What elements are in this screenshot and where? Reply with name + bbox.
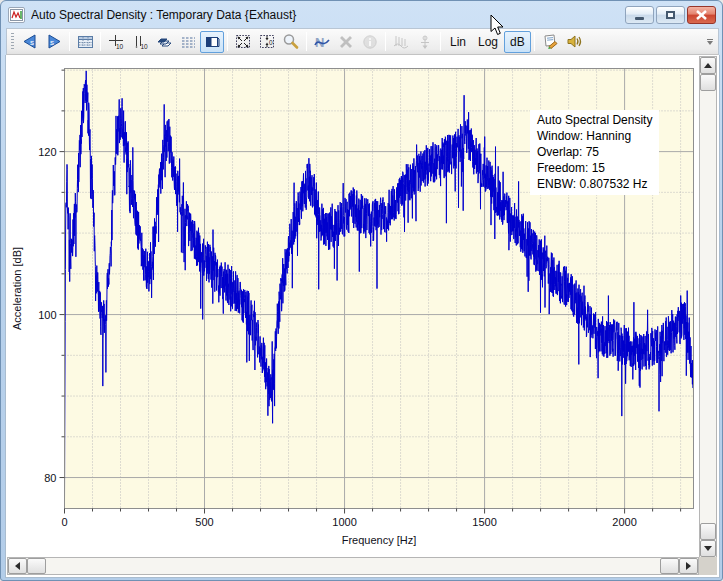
arrow-right-icon [686,562,691,570]
grid-style-button[interactable] [176,31,200,53]
db-scale-button[interactable]: dB [504,31,531,53]
autoscale-icon [234,33,252,50]
scroll-right-button[interactable] [679,558,698,574]
zoom-zero-button[interactable]: 0 [255,31,279,53]
svg-text:0: 0 [269,39,273,46]
window-controls [625,6,716,24]
legend-window: Window: Hanning [537,128,652,144]
svg-text:s: s [50,38,54,47]
data-table-icon [77,34,94,50]
spectrum-document-icon [10,9,23,21]
horizontal-scroll-thumb[interactable] [27,558,46,574]
window-title: Auto Spectral Density : Temporary Data {… [31,8,625,22]
next-sweep-button[interactable]: s [42,31,66,53]
autoscale-button[interactable] [231,31,255,53]
svg-text:10: 10 [115,42,123,49]
vertical-scale-handle[interactable] [700,523,716,540]
overlay-traces-icon [155,34,173,50]
split-view-button[interactable] [200,31,224,53]
svg-text:80: 80 [44,472,56,484]
fundamental-cursor-button[interactable] [413,31,437,53]
y-axis-title: Acceleration [dB] [11,247,23,330]
prev-sweep-icon: s [21,33,39,50]
restore-icon [666,11,675,19]
x-axis-tick-labels: 0500100015002000 [61,516,636,528]
next-sweep-icon: s [45,33,63,50]
crosshair-cursor-button[interactable]: 10 [104,31,128,53]
horizontal-scale-handle[interactable] [660,558,679,574]
overflow-icon [707,39,713,40]
vertical-scroll-thumb[interactable] [700,74,716,91]
vertical-scroll-track[interactable] [700,91,716,523]
svg-text:120: 120 [38,146,56,158]
minimize-button[interactable] [625,6,654,24]
svg-text:500: 500 [195,516,213,528]
legend-enbw: ENBW: 0.807532 Hz [537,176,652,192]
toolbar-separator [440,32,441,51]
horizontal-scroll-track[interactable] [46,558,660,574]
toolbar-separator [534,32,535,51]
data-table-button[interactable] [73,31,97,53]
restore-button[interactable] [656,6,685,24]
chevron-down-icon [707,41,713,45]
interpolation-button[interactable]: N [310,31,334,53]
legend-freedom: Freedom: 15 [537,160,652,176]
zoom-zero-icon: 0 [258,33,276,50]
minimize-icon [635,17,644,20]
toolbar-overflow-button[interactable] [705,39,714,45]
chart-area: 050010001500200080100120Frequency [Hz]Ac… [7,55,699,558]
vertical-scrollbar [699,56,717,558]
harmonic-cursor-button[interactable] [389,31,413,53]
grid-style-icon [180,34,197,50]
horizontal-scrollbar [7,557,699,575]
chart-legend: Auto Spectral Density Window: Hanning Ov… [530,110,659,195]
delete-trace-button[interactable] [334,31,358,53]
scroll-up-button[interactable] [700,57,716,74]
scroll-down-button[interactable] [700,540,716,557]
info-button[interactable] [358,31,382,53]
app-icon[interactable] [8,7,25,23]
svg-text:0: 0 [61,516,67,528]
band-cursor-button[interactable]: 10 [128,31,152,53]
harmonic-cursor-icon [392,34,410,50]
scroll-left-button[interactable] [8,558,27,574]
audio-output-icon [565,33,583,50]
svg-text:2000: 2000 [612,516,636,528]
audio-output-button[interactable] [562,31,586,53]
svg-text:1000: 1000 [332,516,356,528]
crosshair-cursor-icon: 10 [108,34,125,50]
lin-scale-button[interactable]: Lin [444,31,472,53]
close-button[interactable] [687,6,716,24]
split-view-icon [204,34,221,50]
legend-overlap: Overlap: 75 [537,144,652,160]
copy-report-icon [541,33,559,50]
toolbar-grip[interactable] [11,33,14,51]
y-axis-tick-labels: 80100120 [38,146,56,484]
overlay-traces-button[interactable] [152,31,176,53]
magnifier-icon [282,33,300,50]
svg-text:100: 100 [38,309,56,321]
log-label: Log [478,35,498,49]
arrow-left-icon [15,562,20,570]
info-icon [362,34,378,50]
interpolation-icon: N [313,34,331,50]
toolbar-separator [69,32,70,51]
log-scale-button[interactable]: Log [472,31,504,53]
prev-sweep-button[interactable]: s [18,31,42,53]
delete-trace-icon [338,34,354,50]
lin-label: Lin [450,35,466,49]
svg-text:1500: 1500 [472,516,496,528]
toolbar: s s 10 [6,28,719,55]
titlebar[interactable]: Auto Spectral Density : Temporary Data {… [1,1,722,28]
app-window: Auto Spectral Density : Temporary Data {… [0,0,723,581]
scrollbar-corner [699,557,717,575]
legend-title: Auto Spectral Density [537,112,652,128]
svg-text:s: s [30,38,34,47]
band-cursor-icon: 10 [132,34,149,50]
toolbar-separator [227,32,228,51]
close-icon [696,10,707,20]
magnifier-button[interactable] [279,31,303,53]
x-axis-title: Frequency [Hz] [342,534,417,546]
fundamental-cursor-icon [417,34,433,50]
copy-report-button[interactable] [538,31,562,53]
